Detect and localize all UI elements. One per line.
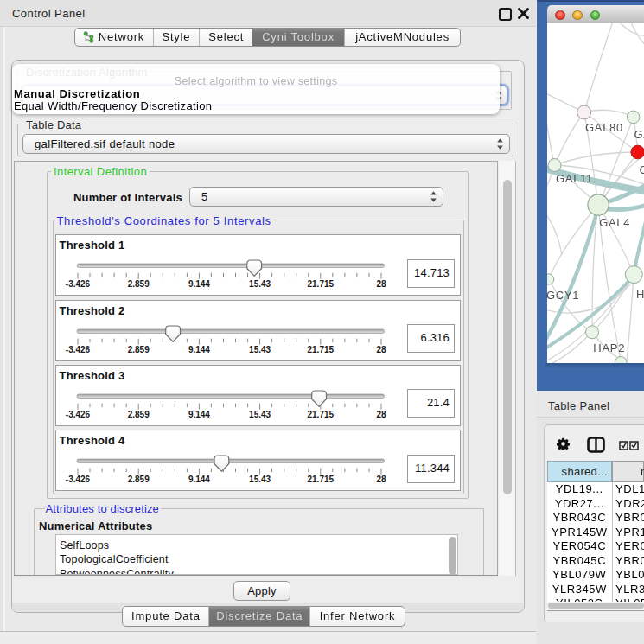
svg-text:GAL80: GAL80	[585, 121, 623, 134]
svg-text:GCY1: GCY1	[547, 289, 579, 302]
svg-text:GA: GA	[634, 128, 644, 141]
svg-text:H: H	[636, 288, 644, 301]
svg-text:HAP2: HAP2	[593, 341, 625, 354]
svg-text:GAL11: GAL11	[556, 172, 593, 185]
svg-text:GAL4: GAL4	[599, 216, 630, 229]
svg-text:C: C	[639, 163, 644, 176]
